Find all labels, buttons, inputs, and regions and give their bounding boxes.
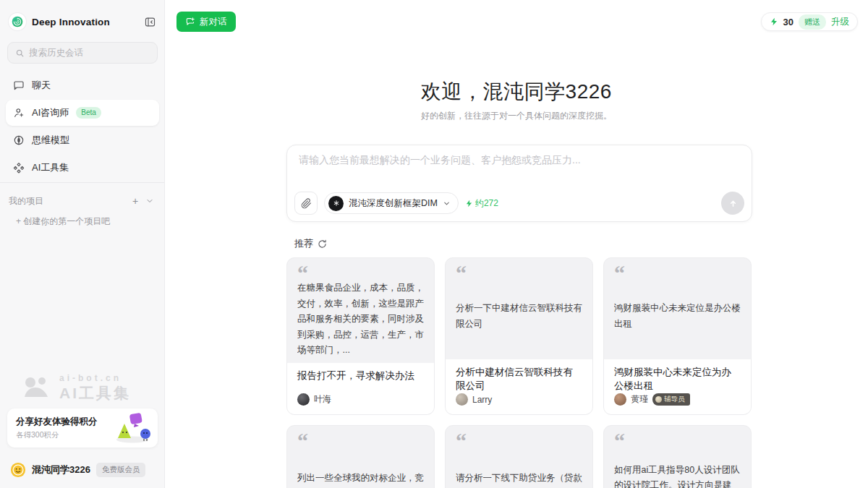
search-icon: [15, 48, 25, 58]
card-quote-area: 列出一些全球我的对标企业，竞品，友商等并分析...: [287, 426, 434, 488]
recommend-card-1[interactable]: 在糖果食品企业，成本，品质，交付，效率，创新，这些是跟产品和服务相关的要素，同时…: [286, 257, 435, 415]
user-name: 混沌同学3226: [32, 463, 90, 476]
new-chat-icon: [185, 17, 195, 27]
chevron-down-icon[interactable]: [142, 194, 157, 208]
bolt-icon: [770, 17, 778, 27]
watermark-line1: ai-bot.cn: [59, 373, 131, 383]
sidebar-item-ai-toolset[interactable]: AI工具集: [6, 155, 159, 181]
sidebar-item-chat[interactable]: 聊天: [6, 72, 159, 98]
sidebar-item-ai-consultant[interactable]: AI咨询师 Beta: [6, 100, 159, 126]
recommend-card-6[interactable]: 如何用ai工具指导80人设计团队的设计院工作。设计方向是建筑，市政，...: [603, 425, 752, 488]
quote-icon: [297, 266, 424, 281]
author-avatar: [456, 393, 468, 406]
membership-badge: 免费版会员: [96, 463, 146, 477]
card-quote-text: 鸿财服装中心未来定位是办公楼出租: [614, 301, 741, 332]
brand-header: Deep Innovation: [9, 12, 157, 32]
main-area: 新对话 30 赠送 升级 欢迎，混沌同学3226 好的创新，往往源于对一个具体问…: [165, 0, 868, 488]
chat-icon: [13, 80, 25, 91]
card-title: 鸿财服装中心未来定位为办公楼出租: [614, 366, 741, 393]
attach-button[interactable]: [294, 192, 318, 215]
card-title: 报告打不开，寻求解决办法: [297, 369, 424, 383]
brand-logo-icon: [9, 13, 26, 30]
history-search[interactable]: [7, 42, 158, 64]
quote-icon: [297, 434, 424, 448]
card-title: 分析中建材信云智联科技有限公司: [456, 366, 582, 393]
card-quote-area: 如何用ai工具指导80人设计团队的设计院工作。设计方向是建筑，市政，...: [604, 426, 751, 488]
share-subtitle: 各得300积分: [16, 430, 109, 440]
author-name: 黄瑾: [631, 393, 648, 406]
recommend-card-2[interactable]: 分析一下中建材信云智联科技有限公司 分析中建材信云智联科技有限公司 Larry: [445, 257, 593, 415]
create-first-project-link[interactable]: + 创建你的第一个项目吧: [16, 215, 110, 228]
paperclip-icon: [301, 198, 312, 209]
search-input[interactable]: [29, 48, 150, 58]
sidebar-item-label: AI咨询师: [32, 106, 69, 119]
card-author: Larry: [456, 393, 582, 407]
credits-count: 30: [783, 17, 793, 27]
toolset-icon: [13, 162, 25, 174]
thinking-model-icon: [13, 134, 25, 146]
card-quote-area: 请分析一下线下助贷业务（贷款中介）的方向: [446, 426, 592, 488]
gift-badge: 赠送: [799, 14, 826, 30]
sidebar: Deep Innovation: [0, 0, 165, 488]
consultant-icon: [13, 107, 25, 119]
card-quote-area: 分析一下中建材信云智联科技有限公司: [446, 258, 592, 359]
recommend-card-4[interactable]: 列出一些全球我的对标企业，竞品，友商等并分析...: [286, 425, 435, 488]
quote-icon: [456, 434, 582, 448]
share-title: 分享好友体验得积分: [16, 416, 109, 428]
composer: 混沌深度创新框架DIM 约272: [286, 145, 752, 222]
share-illustration: [109, 409, 153, 447]
card-quote-text: 分析一下中建材信云智联科技有限公司: [456, 301, 582, 332]
share-invite-card[interactable]: 分享好友体验得积分 各得300积分: [7, 408, 158, 448]
author-name: Larry: [472, 395, 492, 405]
composer-controls: 混沌深度创新框架DIM 约272: [294, 192, 744, 215]
arrow-up-icon: [728, 198, 739, 209]
user-avatar: [10, 462, 26, 478]
card-author: 叶海: [297, 393, 424, 407]
add-project-icon[interactable]: +: [128, 194, 142, 208]
card-author: 黄瑾 辅导员: [614, 393, 741, 407]
card-body: 分析中建材信云智联科技有限公司 Larry: [446, 359, 592, 414]
card-body: 报告打不开，寻求解决办法 叶海: [287, 363, 434, 414]
model-selector[interactable]: 混沌深度创新框架DIM: [324, 192, 459, 214]
new-chat-label: 新对话: [200, 16, 227, 28]
author-role-badge: 辅导员: [652, 393, 690, 406]
prompt-input[interactable]: [299, 154, 740, 187]
chevron-down-icon: [443, 200, 451, 207]
quote-icon: [614, 434, 741, 448]
sidebar-item-label: 思维模型: [32, 134, 69, 147]
sidebar-item-label: 聊天: [32, 79, 51, 92]
watermark-logo-icon: [20, 372, 52, 404]
brand-name: Deep Innovation: [32, 17, 137, 27]
recommend-cards: 在糖果食品企业，成本，品质，交付，效率，创新，这些是跟产品和服务相关的要素，同时…: [286, 257, 752, 488]
send-button[interactable]: [721, 192, 744, 215]
token-estimate: 约272: [465, 197, 498, 210]
card-quote-text: 在糖果食品企业，成本，品质，交付，效率，创新，这些是跟产品和服务相关的要素，同时…: [297, 281, 424, 356]
author-avatar: [297, 393, 310, 406]
refresh-icon[interactable]: [318, 239, 327, 249]
card-quote-text: 请分析一下线下助贷业务（贷款中介）的方向: [456, 471, 582, 488]
credits-pill[interactable]: 30 赠送 升级: [761, 12, 858, 31]
sidebar-divider: [0, 182, 164, 183]
model-name: 混沌深度创新框架DIM: [349, 197, 438, 210]
sidebar-item-thinking-models[interactable]: 思维模型: [6, 127, 159, 153]
token-estimate-value: 约272: [475, 197, 498, 210]
user-account[interactable]: 混沌同学3226 免费版会员: [10, 461, 157, 479]
new-chat-button[interactable]: 新对话: [176, 12, 236, 32]
welcome-title: 欢迎，混沌同学3226: [165, 78, 868, 106]
author-avatar: [614, 393, 626, 406]
sidebar-menu: 聊天 AI咨询师 Beta: [6, 72, 159, 182]
recommend-card-3[interactable]: 鸿财服装中心未来定位是办公楼出租 鸿财服装中心未来定位为办公楼出租 黄瑾 辅导员: [603, 257, 752, 415]
sidebar-collapse-icon[interactable]: [142, 14, 157, 29]
model-icon: [328, 196, 344, 211]
welcome-subtitle: 好的创新，往往源于对一个具体问题的深度挖掘。: [165, 110, 868, 122]
upgrade-link[interactable]: 升级: [831, 16, 849, 28]
card-quote-area: 在糖果食品企业，成本，品质，交付，效率，创新，这些是跟产品和服务相关的要素，同时…: [287, 258, 434, 363]
watermark-line2: AI工具集: [59, 383, 131, 403]
card-quote-text: 列出一些全球我的对标企业，竞品，友商等并分析...: [297, 471, 424, 488]
recommend-card-5[interactable]: 请分析一下线下助贷业务（贷款中介）的方向: [445, 425, 593, 488]
recommend-label: 推荐: [294, 237, 313, 250]
sidebar-item-label: AI工具集: [32, 161, 69, 174]
card-quote-area: 鸿财服装中心未来定位是办公楼出租: [604, 258, 751, 359]
bolt-icon: [465, 199, 473, 208]
projects-header: 我的项目 +: [9, 194, 157, 208]
